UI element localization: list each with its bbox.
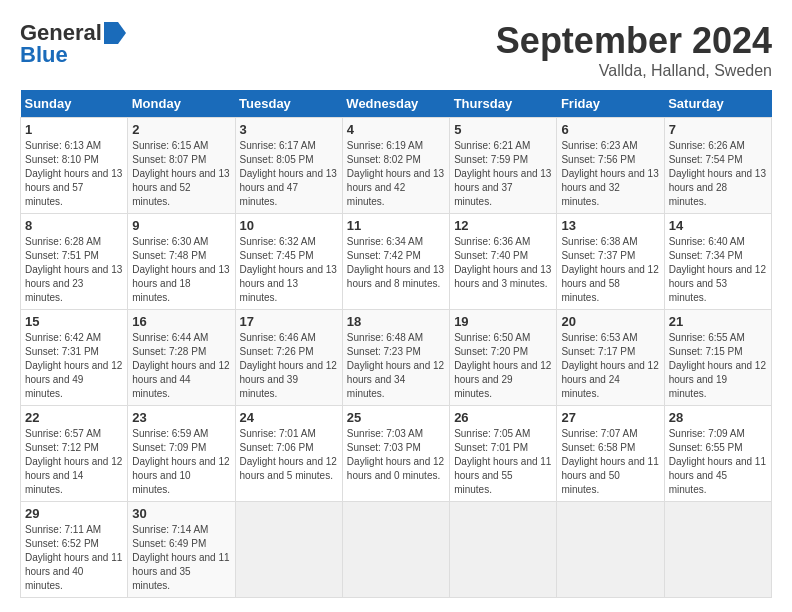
location: Vallda, Halland, Sweden [496, 62, 772, 80]
calendar-cell: 17 Sunrise: 6:46 AM Sunset: 7:26 PM Dayl… [235, 310, 342, 406]
calendar-cell: 5 Sunrise: 6:21 AM Sunset: 7:59 PM Dayli… [450, 118, 557, 214]
calendar-cell [450, 502, 557, 598]
day-number: 20 [561, 314, 659, 329]
calendar-cell: 29 Sunrise: 7:11 AM Sunset: 6:52 PM Dayl… [21, 502, 128, 598]
day-number: 24 [240, 410, 338, 425]
weekday-sunday: Sunday [21, 90, 128, 118]
page-header: General Blue September 2024 Vallda, Hall… [20, 20, 772, 80]
calendar-cell: 7 Sunrise: 6:26 AM Sunset: 7:54 PM Dayli… [664, 118, 771, 214]
day-info: Sunrise: 6:53 AM Sunset: 7:17 PM Dayligh… [561, 331, 659, 401]
calendar-cell: 26 Sunrise: 7:05 AM Sunset: 7:01 PM Dayl… [450, 406, 557, 502]
week-row-2: 8 Sunrise: 6:28 AM Sunset: 7:51 PM Dayli… [21, 214, 772, 310]
calendar-cell: 14 Sunrise: 6:40 AM Sunset: 7:34 PM Dayl… [664, 214, 771, 310]
calendar-cell: 9 Sunrise: 6:30 AM Sunset: 7:48 PM Dayli… [128, 214, 235, 310]
calendar-cell: 18 Sunrise: 6:48 AM Sunset: 7:23 PM Dayl… [342, 310, 449, 406]
day-number: 28 [669, 410, 767, 425]
day-number: 17 [240, 314, 338, 329]
day-number: 3 [240, 122, 338, 137]
weekday-wednesday: Wednesday [342, 90, 449, 118]
calendar-cell: 24 Sunrise: 7:01 AM Sunset: 7:06 PM Dayl… [235, 406, 342, 502]
day-number: 12 [454, 218, 552, 233]
day-number: 15 [25, 314, 123, 329]
day-number: 10 [240, 218, 338, 233]
week-row-3: 15 Sunrise: 6:42 AM Sunset: 7:31 PM Dayl… [21, 310, 772, 406]
day-info: Sunrise: 6:40 AM Sunset: 7:34 PM Dayligh… [669, 235, 767, 305]
calendar-cell: 30 Sunrise: 7:14 AM Sunset: 6:49 PM Dayl… [128, 502, 235, 598]
calendar-body: 1 Sunrise: 6:13 AM Sunset: 8:10 PM Dayli… [21, 118, 772, 598]
calendar-cell: 2 Sunrise: 6:15 AM Sunset: 8:07 PM Dayli… [128, 118, 235, 214]
calendar-cell: 6 Sunrise: 6:23 AM Sunset: 7:56 PM Dayli… [557, 118, 664, 214]
day-number: 18 [347, 314, 445, 329]
day-number: 1 [25, 122, 123, 137]
calendar-cell: 15 Sunrise: 6:42 AM Sunset: 7:31 PM Dayl… [21, 310, 128, 406]
weekday-friday: Friday [557, 90, 664, 118]
day-number: 7 [669, 122, 767, 137]
day-info: Sunrise: 6:48 AM Sunset: 7:23 PM Dayligh… [347, 331, 445, 401]
weekday-tuesday: Tuesday [235, 90, 342, 118]
day-number: 6 [561, 122, 659, 137]
calendar-cell: 16 Sunrise: 6:44 AM Sunset: 7:28 PM Dayl… [128, 310, 235, 406]
week-row-4: 22 Sunrise: 6:57 AM Sunset: 7:12 PM Dayl… [21, 406, 772, 502]
calendar-cell: 13 Sunrise: 6:38 AM Sunset: 7:37 PM Dayl… [557, 214, 664, 310]
day-number: 8 [25, 218, 123, 233]
weekday-header-row: SundayMondayTuesdayWednesdayThursdayFrid… [21, 90, 772, 118]
day-info: Sunrise: 7:05 AM Sunset: 7:01 PM Dayligh… [454, 427, 552, 497]
day-info: Sunrise: 6:17 AM Sunset: 8:05 PM Dayligh… [240, 139, 338, 209]
day-info: Sunrise: 6:36 AM Sunset: 7:40 PM Dayligh… [454, 235, 552, 291]
day-info: Sunrise: 6:15 AM Sunset: 8:07 PM Dayligh… [132, 139, 230, 209]
day-info: Sunrise: 6:38 AM Sunset: 7:37 PM Dayligh… [561, 235, 659, 305]
calendar-cell: 23 Sunrise: 6:59 AM Sunset: 7:09 PM Dayl… [128, 406, 235, 502]
week-row-5: 29 Sunrise: 7:11 AM Sunset: 6:52 PM Dayl… [21, 502, 772, 598]
calendar-cell: 22 Sunrise: 6:57 AM Sunset: 7:12 PM Dayl… [21, 406, 128, 502]
calendar-cell [342, 502, 449, 598]
day-info: Sunrise: 6:21 AM Sunset: 7:59 PM Dayligh… [454, 139, 552, 209]
day-number: 26 [454, 410, 552, 425]
day-info: Sunrise: 6:32 AM Sunset: 7:45 PM Dayligh… [240, 235, 338, 305]
logo-blue: Blue [20, 42, 68, 68]
day-number: 9 [132, 218, 230, 233]
day-info: Sunrise: 6:13 AM Sunset: 8:10 PM Dayligh… [25, 139, 123, 209]
day-info: Sunrise: 6:23 AM Sunset: 7:56 PM Dayligh… [561, 139, 659, 209]
day-number: 21 [669, 314, 767, 329]
calendar-cell: 20 Sunrise: 6:53 AM Sunset: 7:17 PM Dayl… [557, 310, 664, 406]
day-info: Sunrise: 7:07 AM Sunset: 6:58 PM Dayligh… [561, 427, 659, 497]
calendar-cell: 27 Sunrise: 7:07 AM Sunset: 6:58 PM Dayl… [557, 406, 664, 502]
day-info: Sunrise: 6:30 AM Sunset: 7:48 PM Dayligh… [132, 235, 230, 305]
day-number: 27 [561, 410, 659, 425]
calendar-cell: 1 Sunrise: 6:13 AM Sunset: 8:10 PM Dayli… [21, 118, 128, 214]
week-row-1: 1 Sunrise: 6:13 AM Sunset: 8:10 PM Dayli… [21, 118, 772, 214]
calendar-cell: 12 Sunrise: 6:36 AM Sunset: 7:40 PM Dayl… [450, 214, 557, 310]
day-number: 2 [132, 122, 230, 137]
calendar-cell: 11 Sunrise: 6:34 AM Sunset: 7:42 PM Dayl… [342, 214, 449, 310]
day-info: Sunrise: 7:03 AM Sunset: 7:03 PM Dayligh… [347, 427, 445, 483]
day-info: Sunrise: 6:19 AM Sunset: 8:02 PM Dayligh… [347, 139, 445, 209]
calendar-cell: 4 Sunrise: 6:19 AM Sunset: 8:02 PM Dayli… [342, 118, 449, 214]
day-info: Sunrise: 6:26 AM Sunset: 7:54 PM Dayligh… [669, 139, 767, 209]
day-number: 25 [347, 410, 445, 425]
day-info: Sunrise: 6:34 AM Sunset: 7:42 PM Dayligh… [347, 235, 445, 291]
weekday-monday: Monday [128, 90, 235, 118]
day-number: 19 [454, 314, 552, 329]
day-number: 5 [454, 122, 552, 137]
calendar-cell: 3 Sunrise: 6:17 AM Sunset: 8:05 PM Dayli… [235, 118, 342, 214]
weekday-saturday: Saturday [664, 90, 771, 118]
day-info: Sunrise: 7:01 AM Sunset: 7:06 PM Dayligh… [240, 427, 338, 483]
month-title: September 2024 [496, 20, 772, 62]
calendar-cell [235, 502, 342, 598]
svg-marker-0 [104, 22, 126, 44]
logo-arrow-icon [104, 22, 126, 44]
calendar-cell: 19 Sunrise: 6:50 AM Sunset: 7:20 PM Dayl… [450, 310, 557, 406]
calendar-cell [664, 502, 771, 598]
day-info: Sunrise: 6:50 AM Sunset: 7:20 PM Dayligh… [454, 331, 552, 401]
day-number: 22 [25, 410, 123, 425]
title-area: September 2024 Vallda, Halland, Sweden [496, 20, 772, 80]
day-number: 23 [132, 410, 230, 425]
calendar-cell [557, 502, 664, 598]
day-info: Sunrise: 6:57 AM Sunset: 7:12 PM Dayligh… [25, 427, 123, 497]
day-info: Sunrise: 6:44 AM Sunset: 7:28 PM Dayligh… [132, 331, 230, 401]
day-info: Sunrise: 7:11 AM Sunset: 6:52 PM Dayligh… [25, 523, 123, 593]
day-info: Sunrise: 6:28 AM Sunset: 7:51 PM Dayligh… [25, 235, 123, 305]
calendar-cell: 8 Sunrise: 6:28 AM Sunset: 7:51 PM Dayli… [21, 214, 128, 310]
day-info: Sunrise: 6:46 AM Sunset: 7:26 PM Dayligh… [240, 331, 338, 401]
day-number: 4 [347, 122, 445, 137]
